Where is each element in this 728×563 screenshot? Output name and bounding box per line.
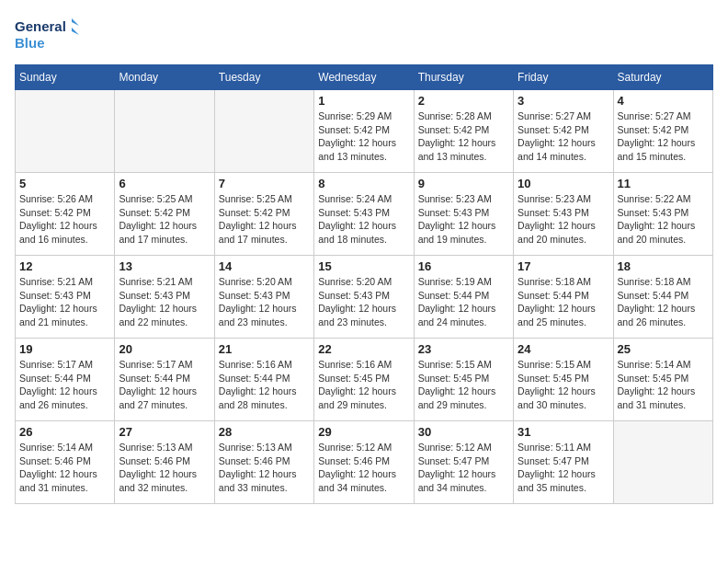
weekday-header-tuesday: Tuesday bbox=[214, 65, 313, 90]
calendar-day-cell: 3Sunrise: 5:27 AM Sunset: 5:42 PM Daylig… bbox=[514, 90, 613, 173]
day-number: 3 bbox=[518, 94, 609, 108]
day-number: 14 bbox=[219, 259, 310, 273]
weekday-header-row: SundayMondayTuesdayWednesdayThursdayFrid… bbox=[16, 65, 713, 90]
calendar-day-cell: 5Sunrise: 5:26 AM Sunset: 5:42 PM Daylig… bbox=[16, 173, 115, 256]
day-info: Sunrise: 5:19 AM Sunset: 5:44 PM Dayligh… bbox=[418, 275, 509, 329]
day-number: 26 bbox=[19, 425, 110, 439]
day-info: Sunrise: 5:16 AM Sunset: 5:44 PM Dayligh… bbox=[219, 358, 310, 412]
weekday-header-saturday: Saturday bbox=[613, 65, 712, 90]
day-info: Sunrise: 5:26 AM Sunset: 5:42 PM Dayligh… bbox=[19, 192, 110, 247]
day-info: Sunrise: 5:11 AM Sunset: 5:47 PM Dayligh… bbox=[518, 441, 609, 495]
day-info: Sunrise: 5:23 AM Sunset: 5:43 PM Dayligh… bbox=[518, 192, 609, 247]
day-number: 8 bbox=[318, 177, 409, 190]
calendar-day-cell: 12Sunrise: 5:21 AM Sunset: 5:43 PM Dayli… bbox=[16, 256, 115, 339]
calendar-day-cell: 10Sunrise: 5:23 AM Sunset: 5:43 PM Dayli… bbox=[514, 173, 613, 256]
day-info: Sunrise: 5:20 AM Sunset: 5:43 PM Dayligh… bbox=[318, 275, 409, 329]
calendar-day-cell: 24Sunrise: 5:15 AM Sunset: 5:45 PM Dayli… bbox=[514, 339, 613, 421]
day-info: Sunrise: 5:28 AM Sunset: 5:42 PM Dayligh… bbox=[418, 109, 509, 164]
day-number: 25 bbox=[618, 342, 709, 356]
calendar-day-cell bbox=[214, 90, 313, 173]
day-info: Sunrise: 5:21 AM Sunset: 5:43 PM Dayligh… bbox=[119, 275, 210, 329]
day-number: 4 bbox=[618, 94, 709, 108]
day-info: Sunrise: 5:27 AM Sunset: 5:42 PM Dayligh… bbox=[518, 109, 609, 164]
weekday-header-monday: Monday bbox=[115, 65, 214, 90]
weekday-header-sunday: Sunday bbox=[16, 65, 115, 90]
calendar-day-cell: 28Sunrise: 5:13 AM Sunset: 5:46 PM Dayli… bbox=[214, 421, 313, 504]
day-number: 18 bbox=[618, 259, 709, 273]
svg-marker-2 bbox=[72, 18, 79, 26]
calendar-day-cell bbox=[115, 90, 214, 173]
day-info: Sunrise: 5:29 AM Sunset: 5:42 PM Dayligh… bbox=[318, 109, 409, 164]
day-number: 12 bbox=[19, 259, 110, 273]
svg-marker-3 bbox=[72, 28, 79, 35]
calendar-week-row: 26Sunrise: 5:14 AM Sunset: 5:46 PM Dayli… bbox=[16, 421, 713, 504]
calendar-day-cell: 9Sunrise: 5:23 AM Sunset: 5:43 PM Daylig… bbox=[414, 173, 513, 256]
calendar-day-cell: 4Sunrise: 5:27 AM Sunset: 5:42 PM Daylig… bbox=[613, 90, 712, 173]
day-info: Sunrise: 5:24 AM Sunset: 5:43 PM Dayligh… bbox=[318, 192, 409, 247]
day-info: Sunrise: 5:12 AM Sunset: 5:47 PM Dayligh… bbox=[418, 441, 509, 495]
calendar-day-cell: 14Sunrise: 5:20 AM Sunset: 5:43 PM Dayli… bbox=[214, 256, 313, 339]
day-number: 11 bbox=[618, 177, 709, 190]
calendar-day-cell: 8Sunrise: 5:24 AM Sunset: 5:43 PM Daylig… bbox=[314, 173, 414, 256]
day-info: Sunrise: 5:17 AM Sunset: 5:44 PM Dayligh… bbox=[119, 358, 210, 412]
day-info: Sunrise: 5:18 AM Sunset: 5:44 PM Dayligh… bbox=[518, 275, 609, 329]
calendar-table: SundayMondayTuesdayWednesdayThursdayFrid… bbox=[15, 64, 713, 504]
day-number: 17 bbox=[518, 259, 609, 273]
day-info: Sunrise: 5:20 AM Sunset: 5:43 PM Dayligh… bbox=[219, 275, 310, 329]
day-number: 16 bbox=[418, 259, 509, 273]
day-info: Sunrise: 5:21 AM Sunset: 5:43 PM Dayligh… bbox=[19, 275, 110, 329]
calendar-day-cell: 19Sunrise: 5:17 AM Sunset: 5:44 PM Dayli… bbox=[16, 339, 115, 421]
day-number: 2 bbox=[418, 94, 509, 108]
svg-text:General: General bbox=[15, 18, 66, 34]
day-info: Sunrise: 5:23 AM Sunset: 5:43 PM Dayligh… bbox=[418, 192, 509, 247]
day-number: 23 bbox=[418, 342, 509, 356]
day-info: Sunrise: 5:12 AM Sunset: 5:46 PM Dayligh… bbox=[318, 441, 409, 495]
day-number: 1 bbox=[318, 94, 409, 108]
day-info: Sunrise: 5:13 AM Sunset: 5:46 PM Dayligh… bbox=[119, 441, 210, 495]
day-number: 22 bbox=[318, 342, 409, 356]
day-number: 28 bbox=[219, 425, 310, 439]
weekday-header-thursday: Thursday bbox=[414, 65, 513, 90]
calendar-header: General Blue bbox=[15, 15, 713, 55]
day-info: Sunrise: 5:22 AM Sunset: 5:43 PM Dayligh… bbox=[618, 192, 709, 247]
calendar-day-cell bbox=[16, 90, 115, 173]
calendar-day-cell: 7Sunrise: 5:25 AM Sunset: 5:42 PM Daylig… bbox=[214, 173, 313, 256]
calendar-day-cell: 1Sunrise: 5:29 AM Sunset: 5:42 PM Daylig… bbox=[314, 90, 414, 173]
calendar-day-cell: 17Sunrise: 5:18 AM Sunset: 5:44 PM Dayli… bbox=[514, 256, 613, 339]
calendar-container: General Blue SundayMondayTuesdayWednesda… bbox=[0, 0, 728, 513]
day-info: Sunrise: 5:15 AM Sunset: 5:45 PM Dayligh… bbox=[518, 358, 609, 412]
calendar-day-cell: 18Sunrise: 5:18 AM Sunset: 5:44 PM Dayli… bbox=[613, 256, 712, 339]
day-number: 30 bbox=[418, 425, 509, 439]
day-number: 24 bbox=[518, 342, 609, 356]
calendar-day-cell: 13Sunrise: 5:21 AM Sunset: 5:43 PM Dayli… bbox=[115, 256, 214, 339]
calendar-day-cell: 31Sunrise: 5:11 AM Sunset: 5:47 PM Dayli… bbox=[514, 421, 613, 504]
day-number: 13 bbox=[119, 259, 210, 273]
calendar-day-cell: 20Sunrise: 5:17 AM Sunset: 5:44 PM Dayli… bbox=[115, 339, 214, 421]
day-info: Sunrise: 5:18 AM Sunset: 5:44 PM Dayligh… bbox=[618, 275, 709, 329]
day-number: 21 bbox=[219, 342, 310, 356]
day-info: Sunrise: 5:15 AM Sunset: 5:45 PM Dayligh… bbox=[418, 358, 509, 412]
calendar-day-cell: 22Sunrise: 5:16 AM Sunset: 5:45 PM Dayli… bbox=[314, 339, 414, 421]
day-info: Sunrise: 5:14 AM Sunset: 5:45 PM Dayligh… bbox=[618, 358, 709, 412]
calendar-day-cell: 16Sunrise: 5:19 AM Sunset: 5:44 PM Dayli… bbox=[414, 256, 513, 339]
weekday-header-wednesday: Wednesday bbox=[314, 65, 414, 90]
calendar-day-cell bbox=[613, 421, 712, 504]
calendar-day-cell: 2Sunrise: 5:28 AM Sunset: 5:42 PM Daylig… bbox=[414, 90, 513, 173]
calendar-week-row: 5Sunrise: 5:26 AM Sunset: 5:42 PM Daylig… bbox=[16, 173, 713, 256]
calendar-day-cell: 27Sunrise: 5:13 AM Sunset: 5:46 PM Dayli… bbox=[115, 421, 214, 504]
calendar-day-cell: 21Sunrise: 5:16 AM Sunset: 5:44 PM Dayli… bbox=[214, 339, 313, 421]
day-info: Sunrise: 5:25 AM Sunset: 5:42 PM Dayligh… bbox=[219, 192, 310, 247]
calendar-day-cell: 30Sunrise: 5:12 AM Sunset: 5:47 PM Dayli… bbox=[414, 421, 513, 504]
day-info: Sunrise: 5:16 AM Sunset: 5:45 PM Dayligh… bbox=[318, 358, 409, 412]
calendar-day-cell: 15Sunrise: 5:20 AM Sunset: 5:43 PM Dayli… bbox=[314, 256, 414, 339]
day-number: 6 bbox=[119, 177, 210, 190]
logo: General Blue bbox=[15, 15, 79, 55]
day-number: 20 bbox=[119, 342, 210, 356]
calendar-day-cell: 26Sunrise: 5:14 AM Sunset: 5:46 PM Dayli… bbox=[16, 421, 115, 504]
day-number: 9 bbox=[418, 177, 509, 190]
calendar-week-row: 19Sunrise: 5:17 AM Sunset: 5:44 PM Dayli… bbox=[16, 339, 713, 421]
calendar-day-cell: 23Sunrise: 5:15 AM Sunset: 5:45 PM Dayli… bbox=[414, 339, 513, 421]
day-info: Sunrise: 5:13 AM Sunset: 5:46 PM Dayligh… bbox=[219, 441, 310, 495]
calendar-week-row: 1Sunrise: 5:29 AM Sunset: 5:42 PM Daylig… bbox=[16, 90, 713, 173]
day-number: 19 bbox=[19, 342, 110, 356]
